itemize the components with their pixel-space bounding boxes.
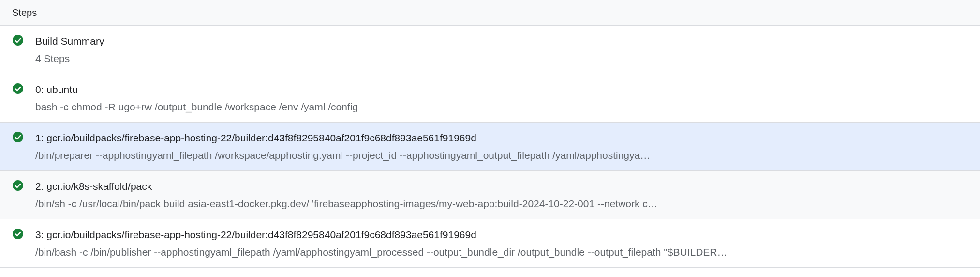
step-row[interactable]: 1: gcr.io/buildpacks/firebase-app-hostin… — [0, 123, 980, 171]
build-summary-row[interactable]: Build Summary 4 Steps — [0, 26, 980, 74]
status-icon-col — [12, 179, 35, 191]
svg-point-1 — [13, 83, 23, 94]
step-command: /bin/bash -c /bin/publisher --apphosting… — [35, 245, 968, 260]
step-command: bash -c chmod -R ugo+rw /output_bundle /… — [35, 99, 968, 115]
step-content: 3: gcr.io/buildpacks/firebase-app-hostin… — [35, 227, 968, 260]
svg-point-2 — [13, 132, 23, 142]
summary-title: Build Summary — [35, 33, 968, 49]
step-title: 1: gcr.io/buildpacks/firebase-app-hostin… — [35, 130, 968, 146]
success-check-icon — [12, 34, 24, 46]
step-row[interactable]: 2: gcr.io/k8s-skaffold/pack/bin/sh -c /u… — [0, 171, 980, 219]
step-command: /bin/preparer --apphostingyaml_filepath … — [35, 148, 968, 163]
step-row[interactable]: 3: gcr.io/buildpacks/firebase-app-hostin… — [0, 219, 980, 267]
step-title: 2: gcr.io/k8s-skaffold/pack — [35, 179, 968, 194]
status-icon-col — [12, 130, 35, 143]
steps-panel: Steps Build Summary 4 Steps 0: ubuntubas… — [0, 0, 980, 268]
step-row[interactable]: 0: ubuntubash -c chmod -R ugo+rw /output… — [0, 74, 980, 123]
steps-header-title: Steps — [12, 7, 37, 18]
step-command: /bin/sh -c /usr/local/bin/pack build asi… — [35, 196, 968, 212]
step-content: 1: gcr.io/buildpacks/firebase-app-hostin… — [35, 130, 968, 163]
status-icon-col — [12, 82, 35, 94]
success-check-icon — [12, 180, 24, 191]
steps-header: Steps — [0, 0, 980, 26]
svg-point-0 — [13, 35, 23, 46]
success-check-icon — [12, 228, 24, 240]
step-content: 0: ubuntubash -c chmod -R ugo+rw /output… — [35, 82, 968, 114]
step-title: 0: ubuntu — [35, 82, 968, 97]
success-check-icon — [12, 131, 24, 143]
status-icon-col — [12, 227, 35, 240]
step-title: 3: gcr.io/buildpacks/firebase-app-hostin… — [35, 227, 968, 243]
status-icon-col — [12, 33, 35, 46]
svg-point-4 — [13, 229, 23, 239]
steps-list: 0: ubuntubash -c chmod -R ugo+rw /output… — [0, 74, 980, 267]
step-content: 2: gcr.io/k8s-skaffold/pack/bin/sh -c /u… — [35, 179, 968, 211]
success-check-icon — [12, 83, 24, 94]
summary-subtitle: 4 Steps — [35, 51, 968, 66]
summary-content: Build Summary 4 Steps — [35, 33, 968, 66]
svg-point-3 — [13, 180, 23, 191]
